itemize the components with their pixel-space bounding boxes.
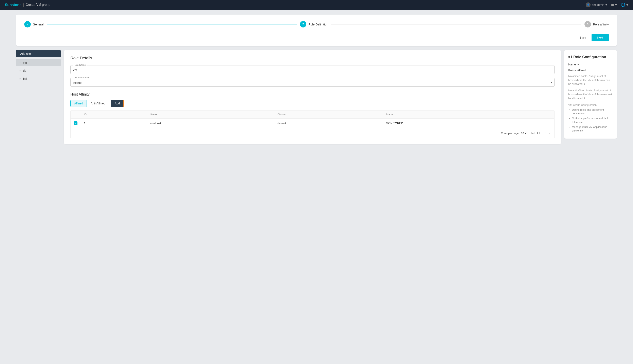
row-cluster: default bbox=[274, 118, 383, 128]
step-3-label: Role affinity bbox=[593, 22, 609, 26]
step-3: 3 Role affinity bbox=[584, 21, 609, 28]
next-page-button[interactable]: › bbox=[548, 130, 551, 136]
next-button[interactable]: Next bbox=[591, 34, 609, 41]
config-list: Define roles and placement constraints. … bbox=[568, 108, 613, 132]
config-item-1: Define roles and placement constraints. bbox=[572, 108, 613, 115]
page-title: Create VM group bbox=[26, 3, 50, 7]
step-3-circle: 3 bbox=[584, 21, 591, 28]
topbar-left: Sunstone | Create VM group bbox=[5, 3, 50, 7]
role-name-field: Role Name bbox=[70, 65, 555, 74]
table-header-row: ID Name Cluster Status bbox=[71, 110, 554, 118]
row-id: 1 bbox=[81, 118, 147, 128]
row-checkbox-cell: ✓ bbox=[71, 118, 81, 128]
wizard-footer: Back Next bbox=[24, 34, 609, 41]
row-status: MONITORED bbox=[383, 118, 554, 128]
rows-per-page-select[interactable]: 10 25 50 bbox=[520, 132, 527, 135]
topbar-separator: | bbox=[23, 3, 24, 7]
step-1-label: General bbox=[33, 22, 44, 26]
col-cluster: Cluster bbox=[274, 110, 383, 118]
prev-page-button[interactable]: ‹ bbox=[543, 130, 547, 136]
form-area: Role Details Role Name VM-VM Affinity Af… bbox=[64, 50, 561, 144]
page-nav: ‹ › bbox=[543, 130, 551, 136]
tab-affined[interactable]: Affined bbox=[70, 100, 87, 107]
globe-icon[interactable]: 🌐 ▾ bbox=[621, 3, 628, 7]
role-item-vm[interactable]: ✕ vm bbox=[16, 59, 61, 66]
step-2-label: Role Definition bbox=[308, 22, 328, 26]
step-2-circle: 2 bbox=[300, 21, 306, 28]
wizard-card: ✓ General 2 Role Definition 3 Role affin… bbox=[16, 14, 617, 46]
grid-icon[interactable]: ⊞ ▾ bbox=[611, 3, 617, 7]
role-item-bck[interactable]: ✕ bck bbox=[16, 75, 61, 82]
step-1-circle: ✓ bbox=[24, 21, 31, 28]
vm-vm-affinity-field: VM-VM Affinity Affined Anti-Affined None… bbox=[70, 78, 555, 87]
role-db-close-icon[interactable]: ✕ bbox=[19, 69, 21, 72]
host-affinity-tabs-row: Affined Anti-Affined Add bbox=[70, 100, 555, 107]
col-checkbox bbox=[71, 110, 81, 118]
table-row: ✓ 1 localhost default MONITORED bbox=[71, 118, 554, 128]
vm-group-config-label: VM Group Configuration: bbox=[568, 104, 613, 106]
back-button[interactable]: Back bbox=[576, 34, 589, 41]
col-id: ID bbox=[81, 110, 147, 118]
page-info: 1–1 of 1 bbox=[530, 132, 540, 135]
step-1: ✓ General bbox=[24, 21, 44, 28]
brand-label: Sunstone bbox=[5, 3, 22, 7]
col-status: Status bbox=[383, 110, 554, 118]
role-name-label: Role Name bbox=[73, 64, 87, 66]
role-db-name: db bbox=[23, 69, 26, 72]
affinity-select-wrapper: Affined Anti-Affined None ▾ bbox=[70, 78, 555, 87]
anti-affined-info-icon: ℹ bbox=[584, 97, 585, 100]
role-bck-name: bck bbox=[23, 77, 28, 80]
row-name: localhost bbox=[147, 118, 274, 128]
connector-1-2 bbox=[47, 24, 297, 24]
add-host-button[interactable]: Add bbox=[111, 100, 124, 107]
topbar-right: 👤 oneadmin ▾ ⊞ ▾ 🌐 ▾ bbox=[586, 2, 628, 7]
pagination-row: Rows per page 10 25 50 1–1 of 1 ‹ › bbox=[71, 128, 554, 138]
panel-title: #1 Role Configuration bbox=[568, 55, 613, 59]
host-affinity-title: Host Affinity bbox=[70, 92, 555, 96]
add-role-button[interactable]: Add role bbox=[16, 50, 61, 57]
hosts-table-container: ID Name Cluster Status ✓ bbox=[70, 110, 555, 138]
role-vm-close-icon[interactable]: ✕ bbox=[19, 61, 21, 64]
user-name: oneadmin bbox=[592, 3, 604, 6]
sidebar: Add role ✕ vm ✕ db ✕ bck bbox=[16, 50, 61, 83]
user-chevron-icon: ▾ bbox=[605, 3, 607, 6]
role-name-input[interactable] bbox=[70, 65, 555, 74]
role-vm-name: vm bbox=[23, 61, 27, 64]
right-panel: #1 Role Configuration Name: vm Policy: A… bbox=[564, 50, 617, 138]
panel-policy-info: Policy: Affined bbox=[568, 68, 613, 72]
config-item-3: Manage multi-VM applications efficiently… bbox=[572, 125, 613, 132]
role-item-db[interactable]: ✕ db bbox=[16, 67, 61, 74]
rows-per-page-label: Rows per page bbox=[501, 132, 519, 135]
rows-per-page: Rows per page 10 25 50 bbox=[501, 132, 527, 135]
vm-vm-affinity-select[interactable]: Affined Anti-Affined None bbox=[70, 78, 555, 87]
checkmark-icon: ✓ bbox=[75, 122, 77, 125]
role-bck-close-icon[interactable]: ✕ bbox=[19, 77, 21, 80]
connector-2-3 bbox=[331, 24, 581, 24]
content-layout: Add role ✕ vm ✕ db ✕ bck Role Details Ro… bbox=[16, 50, 617, 144]
tab-anti-affined[interactable]: Anti-Affined bbox=[87, 100, 109, 107]
panel-no-anti-affined-hosts: No anti-affined hosts. Assign a set of h… bbox=[568, 88, 613, 100]
hosts-table: ID Name Cluster Status ✓ bbox=[71, 110, 554, 128]
topbar: Sunstone | Create VM group 👤 oneadmin ▾ … bbox=[0, 0, 633, 10]
step-2: 2 Role Definition bbox=[300, 21, 328, 28]
config-item-2: Optimize performance and fault tolerance… bbox=[572, 116, 613, 124]
panel-name-info: Name: vm bbox=[568, 62, 613, 67]
user-avatar: 👤 bbox=[586, 2, 590, 7]
row-checkbox[interactable]: ✓ bbox=[74, 122, 77, 125]
user-menu[interactable]: 👤 oneadmin ▾ bbox=[586, 2, 607, 7]
affined-info-icon: ℹ bbox=[584, 82, 585, 86]
stepper: ✓ General 2 Role Definition 3 Role affin… bbox=[24, 21, 609, 28]
col-name: Name bbox=[147, 110, 274, 118]
panel-no-affined-hosts: No affined hosts. Assign a set of hosts … bbox=[568, 74, 613, 86]
role-details-title: Role Details bbox=[70, 56, 555, 60]
main-wrapper: ✓ General 2 Role Definition 3 Role affin… bbox=[0, 10, 633, 149]
